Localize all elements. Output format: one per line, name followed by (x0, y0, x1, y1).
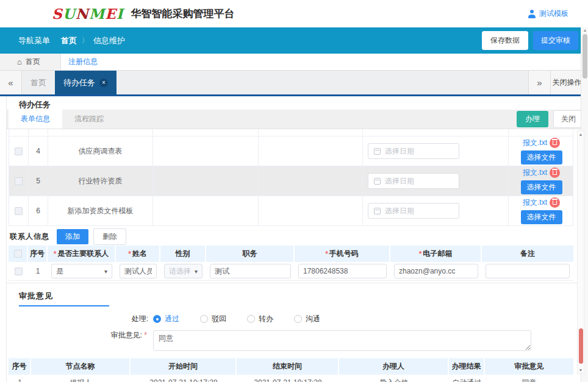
row-seq: 4 (29, 136, 48, 166)
scroll-up-icon[interactable]: ▲ (578, 132, 584, 136)
contact-table-header: 序号 *是否主要联系人 *姓名 性别 职务 *手机号码 *电子邮箱 备注 (9, 246, 573, 262)
tab-todo-label: 待办任务 (63, 77, 95, 88)
approval-section: 审批意见 处理: 通过 驳回 转办 沟通 审批意见: * 同意 (7, 283, 586, 351)
save-data-button[interactable]: 保存数据 (482, 31, 528, 50)
duty-input[interactable] (210, 264, 291, 278)
user-menu[interactable]: 测试模板 (528, 9, 568, 19)
radio-icon (200, 315, 208, 323)
tab-home[interactable]: 首页 (22, 71, 55, 94)
delete-attachment-button[interactable] (550, 138, 560, 148)
trash-icon (553, 171, 557, 175)
subtab-flow-track[interactable]: 流程跟踪 (62, 110, 116, 129)
doc-name: 供应商调查表 (48, 136, 153, 166)
contact-seq: 1 (28, 262, 48, 280)
table-row: 6 新添加资质文件模板 选择日期 报文.txt 选择文件 (9, 196, 573, 226)
phone-input[interactable] (298, 264, 387, 278)
remark-input[interactable] (486, 264, 570, 278)
content-strip: ⌂ 首页 注册信息 (0, 54, 588, 70)
contact-row: 1 是 请选择 (9, 262, 573, 281)
app-header: SUNMEI 华智智能采购管理平台 测试模板 (0, 0, 588, 27)
attachment-link[interactable]: 报文.txt (523, 168, 547, 178)
calendar-icon (374, 208, 381, 214)
radio-communicate[interactable]: 沟通 (294, 314, 320, 324)
primary-contact-select[interactable]: 是 (51, 264, 112, 278)
calendar-icon (374, 178, 381, 185)
add-contact-button[interactable]: 添加 (57, 229, 88, 244)
todo-task-panel: 待办任务 表单信息 流程跟踪 办理 关闭 4 供应商调查表 选择日期 (6, 96, 587, 382)
breadcrumb-current: 信息维护 (93, 35, 125, 46)
submit-review-button[interactable]: 提交审核 (533, 31, 578, 50)
opinion-textarea[interactable]: 同意 (153, 330, 531, 351)
contact-table: 序号 *是否主要联系人 *姓名 性别 职务 *手机号码 *电子邮箱 备注 1 是… (9, 246, 573, 281)
approval-history-table: 序号 节点名称 开始时间 结束时间 办理人 办理结果 审批意见 1 提报人 20… (9, 358, 573, 382)
row-checkbox[interactable] (15, 147, 23, 155)
contact-section-header: 联系人信息 添加 删除 (7, 227, 586, 246)
panel-scrollbar[interactable]: ▲ ▼ (577, 130, 584, 374)
history-row: 1 提报人 2021-07-21 10:17:28 2021-07-21 10:… (9, 375, 573, 382)
process-row: 处理: 通过 驳回 转办 沟通 (7, 314, 586, 324)
row-checkbox[interactable] (15, 177, 23, 185)
opinion-row: 审批意见: * 同意 (7, 330, 586, 351)
approval-title: 审批意见 (19, 291, 109, 306)
radio-selected-icon (153, 315, 161, 323)
delete-contact-button[interactable]: 删除 (93, 228, 126, 245)
scroll-tabs-right-button[interactable] (528, 71, 550, 94)
row-checkbox[interactable] (15, 207, 23, 215)
select-all-checkbox[interactable] (14, 250, 22, 258)
chevrons-right-icon (537, 77, 542, 88)
expiry-date-input[interactable]: 选择日期 (368, 143, 459, 159)
radio-transfer[interactable]: 转办 (247, 314, 273, 324)
radio-reject[interactable]: 驳回 (200, 314, 226, 324)
expiry-date-input[interactable]: 选择日期 (368, 173, 459, 189)
table-row-partial (9, 129, 573, 136)
trash-icon (553, 141, 557, 145)
attachment-link[interactable]: 报文.txt (523, 197, 547, 208)
caret-down-icon (104, 267, 107, 275)
scroll-up-icon[interactable]: ▲ (581, 27, 588, 34)
panel-subtabs: 表单信息 流程跟踪 办理 关闭 (7, 110, 586, 129)
handle-button[interactable]: 办理 (517, 111, 548, 127)
panel-scrollbar-thumb[interactable] (579, 328, 583, 364)
row-seq: 5 (29, 166, 48, 196)
nav-menu-label[interactable]: 导航菜单 (0, 35, 61, 46)
close-operations-label: 关闭操作 (552, 77, 581, 88)
registration-info-link[interactable]: 注册信息 (68, 57, 98, 67)
scroll-tabs-left-button[interactable] (0, 71, 22, 94)
choose-file-button[interactable]: 选择文件 (521, 180, 562, 194)
trash-icon (553, 200, 557, 205)
workspace-tabbar: 首页 待办任务 关闭操作 (0, 70, 588, 94)
sidebar-item-home[interactable]: ⌂ 首页 (0, 54, 61, 70)
qualification-doc-table: 4 供应商调查表 选择日期 报文.txt 选择文件 5 行业特许资质 (9, 129, 573, 226)
nav-actions: 保存数据 提交审核 (482, 31, 578, 50)
subtab-actions: 办理 关闭 (517, 110, 586, 129)
subtab-form-info[interactable]: 表单信息 (9, 110, 62, 129)
page-scrollbar-thumb[interactable] (583, 34, 587, 79)
sunmei-logo: SUNMEI (52, 5, 123, 22)
user-name: 测试模板 (539, 9, 568, 19)
email-input[interactable] (394, 264, 478, 278)
close-button[interactable]: 关闭 (553, 110, 584, 128)
delete-attachment-button[interactable] (550, 168, 560, 178)
breadcrumb-separator: 〉 (82, 36, 88, 45)
gender-select[interactable]: 请选择 (164, 264, 203, 278)
delete-attachment-button[interactable] (550, 197, 560, 208)
contact-row-checkbox[interactable] (15, 267, 23, 275)
process-radio-group: 通过 驳回 转办 沟通 (153, 314, 320, 324)
home-icon: ⌂ (17, 58, 22, 66)
choose-file-button[interactable]: 选择文件 (521, 150, 562, 164)
radio-approve[interactable]: 通过 (153, 314, 179, 324)
expiry-date-input[interactable]: 选择日期 (368, 203, 459, 219)
contact-name-input[interactable] (120, 264, 157, 278)
radio-icon (247, 315, 255, 323)
breadcrumb-home[interactable]: 首页 (61, 35, 77, 46)
choose-file-button[interactable]: 选择文件 (521, 210, 562, 224)
doc-name: 新添加资质文件模板 (48, 196, 153, 225)
process-label: 处理: (7, 314, 153, 324)
attachment-link[interactable]: 报文.txt (523, 138, 547, 148)
row-seq: 6 (29, 196, 48, 225)
scroll-down-icon[interactable]: ▼ (578, 368, 584, 372)
tab-todo-tasks[interactable]: 待办任务 (55, 71, 117, 94)
close-tab-icon[interactable] (99, 79, 108, 87)
strip-main: 注册信息 (61, 54, 588, 70)
doc-name: 行业特许资质 (48, 166, 153, 196)
